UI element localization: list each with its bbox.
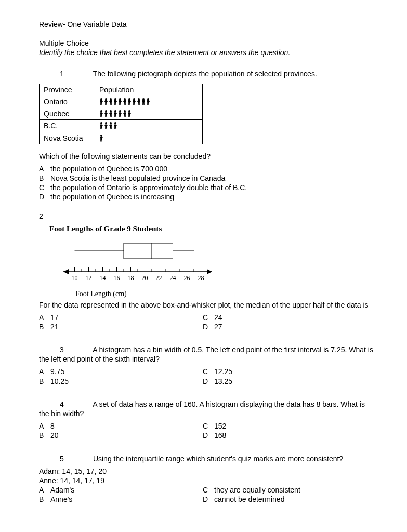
person-icon (99, 122, 103, 129)
population-cell (95, 96, 203, 108)
choice-letter: A (39, 164, 50, 174)
q4-number: 4 (60, 400, 91, 409)
person-icon (137, 98, 141, 105)
table-header-population: Population (95, 84, 203, 96)
person-icon (132, 98, 136, 105)
q1-choice-a: the population of Quebec is 700 000 (50, 164, 167, 174)
q1-choices: Athe population of Quebec is 700 000 BNo… (39, 164, 376, 202)
person-icon (118, 98, 122, 105)
q2-choices: A17 B21 C24 D27 (39, 313, 376, 331)
q5-data-2: Anne: 14, 14, 17, 19 (39, 476, 376, 485)
svg-text:22: 22 (156, 274, 162, 282)
choice-letter: A (39, 313, 50, 322)
province-cell: Ontario (40, 96, 95, 108)
choice-letter: C (203, 421, 214, 431)
person-icon (141, 98, 146, 105)
choice-letter: D (39, 192, 50, 202)
q2-number: 2 (39, 211, 376, 221)
table-header-province: Province (40, 84, 95, 96)
q5-choice-b: Anne's (50, 495, 72, 504)
q5-stem: Using the interquartile range which stud… (93, 455, 343, 463)
q5-choices: AAdam's BAnne's Cthey are equally consis… (39, 485, 376, 504)
svg-text:14: 14 (100, 274, 106, 282)
person-icon (99, 98, 103, 105)
population-cell (95, 108, 203, 120)
q2-choice-c: 24 (214, 313, 222, 322)
q5-choice-c: they are equally consistent (214, 485, 300, 495)
svg-text:18: 18 (128, 274, 134, 282)
q3-choices: A9.75 B10.25 C12.25 D13.25 (39, 367, 376, 385)
q2-choice-a: 17 (50, 313, 59, 322)
person-icon (113, 122, 117, 129)
svg-text:28: 28 (198, 274, 204, 282)
svg-text:24: 24 (170, 274, 176, 282)
choice-letter: C (203, 485, 214, 495)
province-cell: Nova Scotia (40, 132, 95, 144)
choice-letter: B (39, 431, 50, 440)
svg-text:12: 12 (86, 274, 92, 282)
choice-letter: B (39, 377, 50, 386)
q1-choice-b: Nova Scotia is the least populated provi… (50, 174, 225, 183)
q5-row: 5 Using the interquartile range which st… (39, 454, 376, 463)
q3-choice-d: 13.25 (214, 377, 232, 386)
choice-letter: B (39, 174, 50, 183)
choice-letter: D (203, 322, 214, 331)
table-row: Nova Scotia (40, 132, 203, 144)
choice-letter: D (203, 495, 214, 504)
q1-choice-d: the population of Quebec is increasing (50, 192, 174, 202)
person-icon (113, 98, 117, 105)
svg-marker-5 (207, 269, 212, 274)
table-row: Quebec (40, 108, 203, 120)
boxplot-caption: Foot Length (cm) (75, 289, 376, 299)
svg-rect-2 (124, 243, 173, 259)
q2-choice-d: 27 (214, 322, 222, 331)
q4-choice-c: 152 (214, 421, 226, 431)
q1-number: 1 (60, 69, 91, 78)
population-cell (95, 132, 203, 144)
pictograph-table: Province Population OntarioQuebecB.C.Nov… (39, 84, 203, 144)
person-icon (109, 122, 113, 129)
q5-data-1: Adam: 14, 15, 17, 20 (39, 467, 376, 476)
q4-row: 4 A set of data has a range of 160. A hi… (39, 400, 376, 418)
q4-choice-d: 168 (214, 431, 226, 440)
choice-letter: C (203, 367, 214, 376)
person-icon (104, 98, 108, 105)
q3-number: 3 (60, 345, 91, 354)
svg-text:20: 20 (142, 274, 148, 282)
q1-followup: Which of the following statements can be… (39, 152, 376, 161)
boxplot-title: Foot Lengths of Grade 9 Students (49, 224, 376, 234)
q1-stem: The following pictograph depicts the pop… (93, 70, 317, 78)
choice-letter: A (39, 485, 50, 495)
q2-stem: For the data represented in the above bo… (39, 300, 376, 310)
q4-choices: A8 B20 C152 D168 (39, 421, 376, 440)
q4-choice-a: 8 (50, 421, 55, 431)
choice-letter: C (39, 183, 50, 192)
choice-letter: C (203, 313, 214, 322)
province-cell: B.C. (40, 120, 95, 132)
boxplot-chart: 10121416182022242628 (60, 238, 376, 287)
person-icon (113, 110, 117, 117)
person-icon (104, 110, 108, 117)
choice-letter: B (39, 495, 50, 504)
person-icon (99, 110, 103, 117)
q3-choice-a: 9.75 (50, 367, 64, 376)
svg-text:16: 16 (114, 274, 120, 282)
province-cell: Quebec (40, 108, 95, 120)
person-icon (127, 98, 132, 105)
person-icon (104, 122, 108, 129)
choice-letter: D (203, 431, 214, 440)
q1-choice-c: the population of Ontario is approximate… (50, 183, 247, 192)
table-row: B.C. (40, 120, 203, 132)
q5-choice-d: cannot be determined (214, 495, 284, 504)
svg-text:26: 26 (184, 274, 190, 282)
svg-marker-6 (63, 269, 69, 274)
choice-letter: D (203, 377, 214, 386)
q3-row: 3 A histogram has a bin width of 0.5. Th… (39, 345, 376, 364)
person-icon (109, 98, 113, 105)
mc-heading: Multiple Choice (39, 38, 376, 48)
q2-choice-b: 21 (50, 322, 59, 331)
q1-stem-row: 1 The following pictograph depicts the p… (39, 69, 376, 78)
boxplot-svg: 10121416182022242628 (60, 238, 216, 287)
person-icon (123, 98, 127, 105)
person-icon (99, 135, 103, 142)
